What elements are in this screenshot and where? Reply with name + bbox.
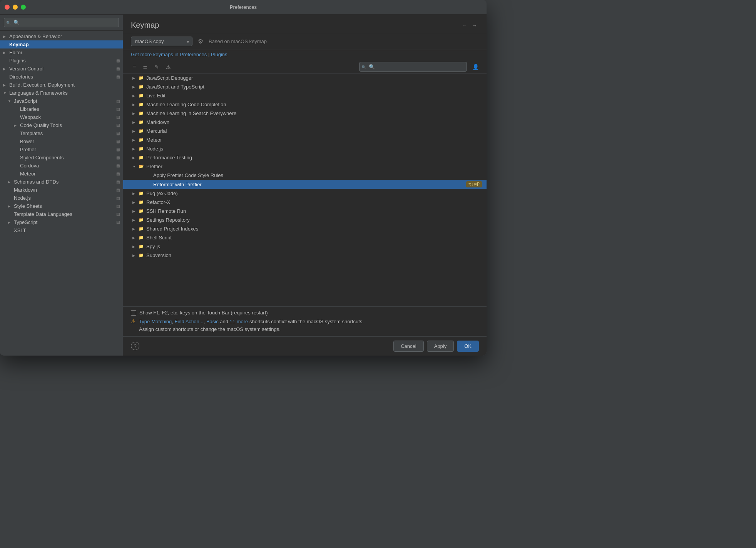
- keymap-row-markdown[interactable]: ▶📁Markdown: [123, 118, 487, 127]
- action-search-area: 👤: [359, 62, 479, 72]
- badge-icon: ▤: [116, 99, 120, 103]
- sidebar-item-label: Styled Components: [20, 155, 116, 160]
- sidebar-item-bower[interactable]: Bower▤: [0, 137, 123, 145]
- plugins-link[interactable]: Plugins: [211, 52, 227, 57]
- sidebar-item-libraries[interactable]: Libraries▤: [0, 105, 123, 113]
- chevron-icon: ▶: [8, 180, 14, 184]
- back-arrow[interactable]: ←: [460, 22, 469, 29]
- chevron-icon: ▶: [132, 236, 139, 240]
- chevron-icon: ▼: [132, 165, 139, 169]
- get-keymaps-link[interactable]: Get more keymaps in Preferences: [131, 52, 207, 57]
- keymap-row-settings-repo[interactable]: ▶📁Settings Repository: [123, 216, 487, 224]
- sidebar-item-version-control[interactable]: ▶Version Control▤: [0, 65, 123, 73]
- badge-icon: ▤: [116, 115, 120, 119]
- warning-link-type-matching[interactable]: Type-Matching: [139, 319, 172, 324]
- touch-bar-checkbox[interactable]: [131, 310, 136, 316]
- sidebar-item-label: Keymap: [9, 42, 123, 47]
- keymap-row-performance-testing[interactable]: ▶📁Performance Testing: [123, 153, 487, 162]
- keymap-row-mercurial[interactable]: ▶📁Mercurial: [123, 127, 487, 135]
- keymap-row-pug[interactable]: ▶📁Pug (ex-Jade): [123, 189, 487, 198]
- keymap-row-ml-code-completion[interactable]: ▶📁Machine Learning Code Completion: [123, 100, 487, 109]
- sidebar-item-label: Appearance & Behavior: [9, 33, 123, 39]
- sidebar-item-code-quality-tools[interactable]: ▶Code Quality Tools▤: [0, 121, 123, 129]
- keymap-row-subversion[interactable]: ▶📁Subversion: [123, 251, 487, 260]
- sidebar-item-build[interactable]: ▶Build, Execution, Deployment: [0, 81, 123, 89]
- keymap-dropdown[interactable]: macOS copy: [131, 37, 192, 46]
- sidebar-item-label: Directories: [9, 74, 116, 80]
- keymap-row-reformat-prettier[interactable]: Reformat with Prettier⌥⇧⌘P: [123, 180, 487, 189]
- sidebar-item-xslt[interactable]: XSLT: [0, 226, 123, 234]
- sidebar-item-label: TypeScript: [14, 219, 116, 225]
- keymap-row-nodejs[interactable]: ▶📁Node.js: [123, 144, 487, 153]
- person-icon[interactable]: 👤: [472, 64, 479, 70]
- forward-arrow[interactable]: →: [470, 22, 479, 29]
- keymap-row-ssh-remote-run[interactable]: ▶📁SSH Remote Run: [123, 207, 487, 216]
- chevron-icon: ▶: [132, 120, 139, 124]
- close-button[interactable]: [5, 5, 10, 10]
- sidebar-item-nodejs[interactable]: Node.js▤: [0, 194, 123, 202]
- sidebar-item-languages[interactable]: ▼Languages & Frameworks: [0, 89, 123, 97]
- keymap-row-label: Pug (ex-Jade): [146, 190, 487, 196]
- keymap-row-prettier-folder[interactable]: ▼📂Prettier: [123, 162, 487, 171]
- sidebar-item-directories[interactable]: Directories▤: [0, 73, 123, 81]
- help-button[interactable]: ?: [131, 342, 139, 350]
- sidebar-item-editor[interactable]: ▶Editor: [0, 48, 123, 57]
- warning-link-find-action[interactable]: Find Action...: [175, 319, 204, 324]
- folder-icon: 📁: [139, 102, 144, 107]
- keymap-row-apply-prettier[interactable]: Apply Prettier Code Style Rules: [123, 171, 487, 180]
- keymap-row-spy-js[interactable]: ▶📁Spy-js: [123, 242, 487, 251]
- keymap-search-input[interactable]: [359, 62, 467, 72]
- badge-icon: ▤: [116, 67, 120, 71]
- buttons-bar: Cancel Apply OK: [123, 336, 487, 356]
- sidebar-item-cordova[interactable]: Cordova▤: [0, 162, 123, 170]
- sidebar-item-javascript[interactable]: ▼JavaScript▤: [0, 97, 123, 105]
- chevron-icon: ▼: [8, 99, 14, 103]
- expand-all-button[interactable]: ≡: [131, 63, 138, 71]
- keymap-row-js-typescript[interactable]: ▶📁JavaScript and TypeScript: [123, 82, 487, 91]
- keymap-dropdown-wrap: macOS copy: [131, 37, 192, 46]
- gear-button[interactable]: ⚙: [196, 36, 205, 47]
- sidebar-item-keymap[interactable]: Keymap: [0, 40, 123, 48]
- keymap-row-shell-script[interactable]: ▶📁Shell Script: [123, 233, 487, 242]
- conflicts-button[interactable]: ⚠: [164, 63, 173, 71]
- sidebar-item-typescript[interactable]: ▶TypeScript▤: [0, 218, 123, 226]
- folder-icon: 📁: [139, 146, 144, 151]
- sidebar-item-meteor-js[interactable]: Meteor▤: [0, 170, 123, 178]
- chevron-icon: ▶: [3, 83, 9, 87]
- apply-button[interactable]: Apply: [427, 341, 454, 352]
- keymap-row-shared-project-indexes[interactable]: ▶📁Shared Project Indexes: [123, 224, 487, 233]
- keymap-row-label: Machine Learning in Search Everywhere: [146, 110, 487, 116]
- minimize-button[interactable]: [13, 5, 18, 10]
- sidebar-item-label: Libraries: [20, 106, 116, 112]
- sidebar-item-markdown[interactable]: Markdown▤: [0, 186, 123, 194]
- keymap-row-label: Performance Testing: [146, 155, 487, 160]
- keymap-row-ml-search-everywhere[interactable]: ▶📁Machine Learning in Search Everywhere: [123, 109, 487, 118]
- ok-button[interactable]: OK: [457, 341, 479, 352]
- chevron-icon: ▶: [132, 254, 139, 257]
- keymap-row-label: Shared Project Indexes: [146, 226, 487, 232]
- sidebar-item-styled-components[interactable]: Styled Components▤: [0, 154, 123, 162]
- sidebar-item-appearance[interactable]: ▶Appearance & Behavior: [0, 32, 123, 40]
- sidebar-item-label: JavaScript: [14, 98, 116, 104]
- edit-shortcut-button[interactable]: ✎: [152, 63, 161, 71]
- sidebar-item-style-sheets[interactable]: ▶Style Sheets▤: [0, 202, 123, 210]
- sidebar-item-label: Template Data Languages: [14, 211, 116, 217]
- sidebar-item-schemas-dtds[interactable]: ▶Schemas and DTDs▤: [0, 178, 123, 186]
- keymap-row-label: SSH Remote Run: [146, 208, 487, 214]
- cancel-button[interactable]: Cancel: [393, 341, 423, 352]
- shortcut-badge: ⌥⇧⌘P: [466, 181, 482, 187]
- sidebar-item-plugins[interactable]: Plugins▤: [0, 57, 123, 65]
- sidebar-item-template-data-languages[interactable]: Template Data Languages▤: [0, 210, 123, 218]
- keymap-row-meteor[interactable]: ▶📁Meteor: [123, 135, 487, 144]
- warning-link-basic[interactable]: Basic: [206, 319, 219, 324]
- warning-link-more[interactable]: 11 more: [230, 319, 248, 324]
- sidebar-search-input[interactable]: [4, 18, 119, 27]
- keymap-row-live-edit[interactable]: ▶📁Live Edit: [123, 91, 487, 100]
- collapse-all-button[interactable]: ≣: [141, 63, 149, 71]
- sidebar-item-templates[interactable]: Templates▤: [0, 129, 123, 137]
- maximize-button[interactable]: [21, 5, 26, 10]
- sidebar-item-webpack[interactable]: Webpack▤: [0, 113, 123, 121]
- keymap-row-js-debugger[interactable]: ▶📁JavaScript Debugger: [123, 74, 487, 82]
- sidebar-item-prettier[interactable]: Prettier▤: [0, 145, 123, 154]
- keymap-row-refactor-x[interactable]: ▶📁Refactor-X: [123, 198, 487, 207]
